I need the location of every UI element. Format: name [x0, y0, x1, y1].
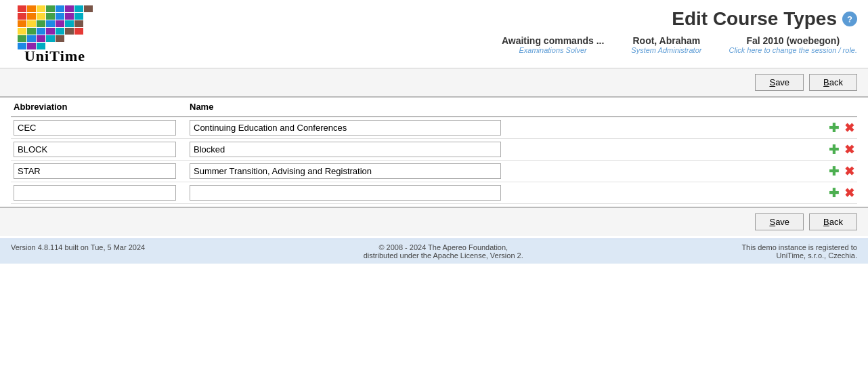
cell-actions: ✚ ✖ [539, 182, 857, 204]
footer: Version 4.8.114 built on Tue, 5 Mar 2024… [0, 239, 868, 264]
cell-abbreviation [11, 182, 187, 204]
add-row-button[interactable]: ✚ [829, 144, 839, 156]
abbreviation-input[interactable] [14, 163, 176, 179]
save-button-top[interactable]: Save [755, 74, 804, 91]
name-input[interactable] [190, 120, 501, 136]
status-main: Awaiting commands ... [502, 35, 604, 46]
cell-actions: ✚ ✖ [539, 161, 857, 182]
logo-text: UniTime [24, 47, 85, 65]
footer-version: Version 4.8.114 built on Tue, 5 Mar 2024 [11, 243, 145, 260]
delete-row-button[interactable]: ✖ [844, 165, 854, 178]
user-sub: System Administrator [631, 46, 701, 54]
col-header-abbreviation: Abbreviation [11, 98, 187, 117]
footer-license: © 2008 - 2024 The Apereo Foundation, dis… [364, 243, 523, 260]
help-icon[interactable]: ? [842, 12, 857, 26]
delete-row-button[interactable]: ✖ [844, 122, 854, 134]
col-header-name: Name [187, 98, 539, 117]
delete-row-button[interactable]: ✖ [844, 144, 854, 156]
header-right: Edit Course Types ? Awaiting commands ..… [99, 5, 857, 54]
cell-abbreviation [11, 161, 187, 182]
name-input[interactable] [190, 142, 501, 157]
table-row: ✚ ✖ [11, 139, 857, 161]
session-info: Fal 2010 (woebegon) Click here to change… [729, 35, 857, 54]
user-main: Root, Abraham [631, 35, 701, 46]
status-sub[interactable]: Examinations Solver [502, 46, 604, 54]
logo-area: UniTime [11, 5, 99, 65]
session-sub[interactable]: Click here to change the session / role. [729, 46, 857, 54]
cell-name [187, 161, 539, 182]
user-info: Root, Abraham System Administrator [631, 35, 701, 54]
save-button-bottom[interactable]: Save [755, 213, 804, 230]
footer-demo-line1: This demo instance is registered to [741, 243, 857, 251]
back-button-top[interactable]: Back [809, 74, 857, 91]
cell-name [187, 182, 539, 204]
add-row-button[interactable]: ✚ [829, 165, 839, 178]
table-header-row: Abbreviation Name [11, 98, 857, 117]
page-title: Edit Course Types ? [672, 8, 857, 30]
header-info: Awaiting commands ... Examinations Solve… [502, 35, 857, 54]
cell-abbreviation [11, 139, 187, 161]
abbreviation-input[interactable] [14, 120, 176, 136]
col-header-actions [539, 98, 857, 117]
add-row-button[interactable]: ✚ [829, 122, 839, 134]
abbreviation-input[interactable] [14, 142, 176, 157]
cell-actions: ✚ ✖ [539, 117, 857, 139]
header: UniTime Edit Course Types ? Awaiting com… [0, 0, 868, 68]
table-row: ✚ ✖ [11, 182, 857, 204]
footer-demo-line2: UniTime, s.r.o., Czechia. [777, 251, 857, 260]
course-types-table: Abbreviation Name ✚ ✖ ✚ ✖ ✚ ✖ ✚ ✖ [11, 98, 857, 204]
top-toolbar: Save Back [0, 68, 868, 98]
name-input[interactable] [190, 163, 501, 179]
logo-grid [18, 5, 92, 46]
cell-actions: ✚ ✖ [539, 139, 857, 161]
session-main: Fal 2010 (woebegon) [729, 35, 857, 46]
delete-row-button[interactable]: ✖ [844, 187, 854, 199]
cell-name [187, 117, 539, 139]
add-row-button[interactable]: ✚ [829, 187, 839, 199]
page-title-text: Edit Course Types [672, 8, 837, 30]
main-content: Abbreviation Name ✚ ✖ ✚ ✖ ✚ ✖ ✚ ✖ [0, 98, 868, 204]
footer-license-line2: distributed under the Apache License, Ve… [364, 251, 523, 260]
table-row: ✚ ✖ [11, 161, 857, 182]
footer-license-line1: © 2008 - 2024 The Apereo Foundation, [378, 243, 508, 251]
cell-abbreviation [11, 117, 187, 139]
cell-name [187, 139, 539, 161]
table-row: ✚ ✖ [11, 117, 857, 139]
name-input[interactable] [190, 185, 501, 201]
abbreviation-input[interactable] [14, 185, 176, 201]
back-button-bottom[interactable]: Back [809, 213, 857, 230]
footer-demo: This demo instance is registered to UniT… [741, 243, 857, 260]
bottom-toolbar: Save Back [0, 207, 868, 236]
status-info: Awaiting commands ... Examinations Solve… [502, 35, 604, 54]
